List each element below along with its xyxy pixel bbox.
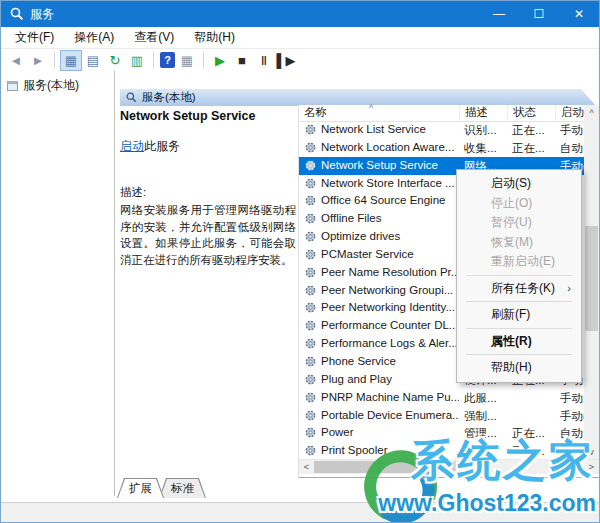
toolbar-separator [203, 52, 204, 68]
service-name: Phone Service [321, 355, 459, 367]
column-header-0[interactable]: 名称 [299, 105, 460, 121]
tree-item-label: 服务(本地) [23, 77, 79, 94]
service-gear-icon [304, 248, 317, 261]
start-service-link[interactable]: 启动 [120, 139, 144, 153]
service-status: 正在... [512, 123, 556, 138]
service-gear-icon [304, 159, 317, 172]
service-name: Offline Files [321, 212, 459, 224]
service-name: Performance Counter DL... [321, 319, 459, 331]
service-gear-icon [304, 301, 317, 314]
column-header-2[interactable]: 状态 [508, 105, 556, 121]
context-menu-item-8[interactable]: 刷新(F) [458, 305, 580, 325]
services-window: 服务 — ☐ ✕ 文件(F)操作(A)查看(V)帮助(H) ◄►▦▤↻▥?▦▶■… [0, 0, 600, 523]
help-icon[interactable]: ? [160, 52, 175, 68]
properties-list-icon[interactable]: ▤ [83, 51, 103, 70]
maximize-button[interactable]: ☐ [519, 1, 559, 27]
description-label: 描述: [120, 185, 146, 200]
context-menu-item-2: 暂停(U) [458, 213, 580, 233]
service-gear-icon [304, 141, 317, 154]
service-name: Performance Logs & Aler... [321, 337, 459, 349]
context-menu-item-0[interactable]: 启动(S) [458, 174, 580, 194]
service-name: Optimize drives [321, 230, 459, 242]
show-console-tree-icon[interactable]: ▦ [61, 51, 81, 70]
context-menu-item-6[interactable]: 所有任务(K)› [458, 279, 580, 299]
service-description: 管理... [464, 426, 508, 441]
service-gear-icon [304, 426, 317, 439]
back-arrow-icon[interactable]: ◄ [6, 51, 26, 70]
minimize-button[interactable]: — [479, 1, 519, 27]
tree-item-services-local[interactable]: 服务(本地) [1, 71, 114, 94]
start-service-icon[interactable]: ▶ [210, 51, 230, 70]
console-node-icon [7, 81, 18, 91]
table-row[interactable]: Network Location Aware...收集...正在...自动 [299, 139, 588, 157]
service-name: PCMaster Service [321, 248, 459, 260]
service-name: Peer Networking Identity... [321, 301, 459, 313]
service-name: Print Spooler [321, 444, 459, 456]
export-list-icon[interactable]: ▥ [127, 51, 147, 70]
menu-separator [466, 301, 572, 302]
service-description: 此服... [464, 391, 508, 406]
service-name: Network Setup Service [321, 159, 459, 171]
table-row[interactable]: Print Spooler该服...正在...自动 [299, 442, 588, 460]
service-gear-icon [304, 444, 317, 457]
vertical-scrollbar-thumb[interactable] [585, 226, 598, 331]
submenu-arrow-icon: › [567, 279, 571, 299]
menu-item-2[interactable]: 查看(V) [124, 29, 184, 46]
service-gear-icon [304, 409, 317, 422]
service-gear-icon [304, 373, 317, 386]
panel-header: 服务(本地) [120, 89, 596, 106]
service-name: Plug and Play [321, 373, 459, 385]
stop-service-icon[interactable]: ■ [232, 51, 252, 70]
service-gear-icon [304, 355, 317, 368]
menu-item-0[interactable]: 文件(F) [5, 29, 64, 46]
refresh-icon[interactable]: ↻ [105, 51, 125, 70]
table-row[interactable]: PNRP Machine Name Pu...此服...手动 [299, 389, 588, 407]
service-gear-icon [304, 337, 317, 350]
menu-bar: 文件(F)操作(A)查看(V)帮助(H) [1, 27, 599, 49]
forward-arrow-icon[interactable]: ► [28, 51, 48, 70]
context-menu-item-12[interactable]: 帮助(H) [458, 358, 580, 378]
service-name: Portable Device Enumera... [321, 409, 459, 421]
horizontal-scrollbar[interactable]: < > [299, 459, 599, 474]
description-text: 网络安装服务用于管理网络驱动程序的安装，并允许配置低级别网络设置。如果停止此服务… [120, 202, 296, 268]
menu-separator [466, 275, 572, 276]
service-action-line: 启动此服务 [120, 138, 180, 155]
vertical-scrollbar[interactable]: ^ v [584, 105, 599, 459]
column-header-3[interactable]: 启动类 [556, 105, 587, 121]
scroll-down-icon[interactable]: v [584, 444, 599, 459]
scroll-left-icon[interactable]: < [299, 460, 314, 474]
menu-item-3[interactable]: 帮助(H) [184, 29, 245, 46]
service-name: Peer Name Resolution Pr... [321, 266, 459, 278]
table-row[interactable]: Network List Service识别...正在...手动 [299, 121, 588, 139]
service-gear-icon [304, 391, 317, 404]
services-panel: 服务(本地) Network Setup Service 启动此服务 描述: 网… [115, 71, 599, 503]
service-gear-icon [304, 177, 317, 190]
restart-service-icon[interactable]: ▌▶ [276, 51, 296, 70]
pause-service-icon[interactable]: Ⅱ [254, 51, 274, 70]
main-area: 服务(本地) 服务(本地) Network Setup Service 启动此服… [1, 71, 599, 503]
column-header-1[interactable]: 描述 [460, 105, 508, 121]
service-description: 收集... [464, 141, 508, 156]
console-tree-panel: 服务(本地) [1, 71, 115, 496]
tab-0[interactable]: 扩展 [117, 478, 164, 498]
service-name: Network List Service [321, 123, 459, 135]
service-status: 正在... [512, 426, 556, 441]
menu-separator [466, 354, 572, 355]
console-window-icon[interactable]: ▦ [177, 51, 197, 70]
scroll-up-icon[interactable]: ^ [584, 105, 599, 120]
scroll-right-icon[interactable]: > [584, 460, 599, 474]
context-menu-item-10[interactable]: 属性(R) [458, 332, 580, 352]
start-service-suffix: 此服务 [144, 139, 180, 153]
table-row[interactable]: Portable Device Enumera...强制...手动(触 [299, 407, 588, 425]
menu-item-1[interactable]: 操作(A) [64, 29, 124, 46]
service-gear-icon [304, 284, 317, 297]
menu-separator [466, 328, 572, 329]
context-menu: 启动(S)停止(O)暂停(U)恢复(M)重新启动(E)所有任务(K)›刷新(F)… [456, 169, 582, 383]
service-gear-icon [304, 319, 317, 332]
close-button[interactable]: ✕ [559, 1, 599, 27]
toolbar: ◄►▦▤↻▥?▦▶■Ⅱ▌▶ [1, 49, 599, 72]
service-name: Network Store Interface ... [321, 177, 459, 189]
tab-1[interactable]: 标准 [159, 478, 206, 498]
horizontal-scrollbar-thumb[interactable] [314, 461, 456, 473]
table-row[interactable]: Power管理...正在...自动 [299, 424, 588, 442]
